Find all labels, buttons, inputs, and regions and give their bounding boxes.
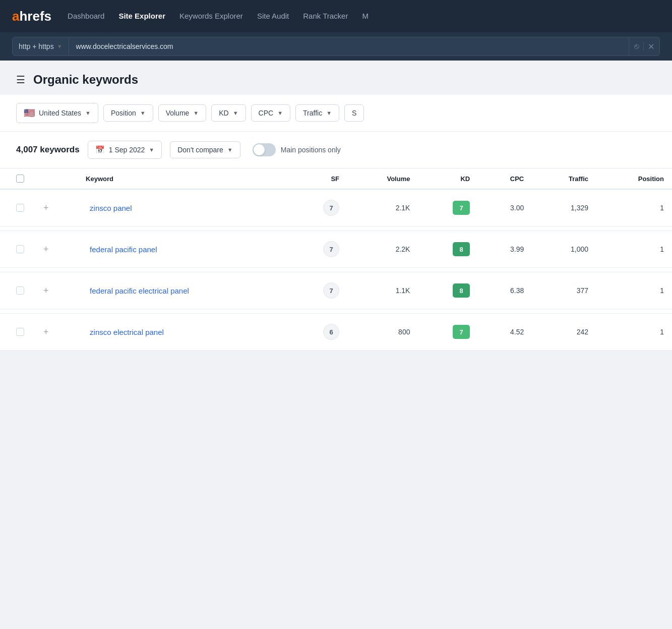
table-area: 4,007 keywords 📅 1 Sep 2022 ▼ Don't comp… (0, 132, 672, 351)
header-checkbox-cell (0, 168, 32, 189)
row-sf: 7 (289, 189, 347, 226)
nav-item-site-explorer[interactable]: Site Explorer (118, 12, 165, 21)
kd-badge: 7 (453, 325, 470, 339)
calendar-icon: 📅 (95, 145, 105, 154)
date-chevron-icon: ▼ (149, 147, 154, 153)
page-title: Organic keywords (33, 73, 138, 87)
row-position: 1 (596, 272, 672, 309)
more-filter-label: S (352, 109, 356, 117)
row-add-cell: + (32, 272, 82, 309)
compare-dropdown[interactable]: Don't compare ▼ (170, 141, 240, 158)
kd-badge: 8 (453, 242, 470, 256)
table-row: + zinsco electrical panel 6 800 7 4.52 2… (0, 314, 672, 351)
row-cpc: 3.99 (478, 231, 532, 268)
nav-links: Dashboard Site Explorer Keywords Explore… (68, 12, 369, 21)
external-link-icon[interactable]: ⎋ (634, 42, 639, 51)
row-checkbox[interactable] (16, 287, 24, 295)
row-sf: 6 (289, 314, 347, 351)
row-kd: 7 (418, 314, 478, 351)
more-filter[interactable]: S (344, 104, 364, 122)
add-keyword-button[interactable]: + (40, 245, 52, 254)
row-volume: 800 (347, 314, 418, 351)
nav-item-rank-tracker[interactable]: Rank Tracker (303, 12, 348, 21)
volume-chevron-icon: ▼ (193, 110, 199, 116)
nav-item-site-audit[interactable]: Site Audit (257, 12, 289, 21)
row-checkbox[interactable] (16, 328, 24, 336)
position-label: Position (111, 109, 136, 117)
row-checkbox[interactable] (16, 204, 24, 212)
table-header: Keyword SF Volume KD CPC Traffic Positio… (0, 168, 672, 189)
row-keyword: federal pacific panel (82, 231, 289, 268)
add-keyword-button[interactable]: + (40, 286, 52, 295)
header-cpc: CPC (478, 168, 532, 189)
row-traffic: 242 (532, 314, 596, 351)
row-cpc: 3.00 (478, 189, 532, 226)
row-checkbox[interactable] (16, 245, 24, 253)
compare-chevron-icon: ▼ (227, 147, 233, 153)
row-traffic: 1,000 (532, 231, 596, 268)
toggle-label: Main positions only (281, 146, 341, 154)
row-kd: 8 (418, 231, 478, 268)
row-add-cell: + (32, 314, 82, 351)
header-keyword: Keyword (82, 168, 289, 189)
nav-item-more[interactable]: M (362, 12, 369, 21)
traffic-label: Traffic (303, 109, 322, 117)
select-all-checkbox[interactable] (16, 175, 24, 183)
nav-item-dashboard[interactable]: Dashboard (68, 12, 104, 21)
close-icon[interactable]: ✕ (648, 42, 654, 51)
navbar: ahrefs Dashboard Site Explorer Keywords … (0, 0, 672, 32)
protocol-label: http + https (19, 42, 54, 50)
add-keyword-button[interactable]: + (40, 327, 52, 336)
keyword-link[interactable]: federal pacific panel (90, 245, 157, 254)
toggle-area: Main positions only (253, 143, 341, 156)
country-chevron-icon: ▼ (85, 110, 91, 116)
row-keyword: zinsco panel (82, 189, 289, 226)
position-filter[interactable]: Position ▼ (103, 104, 153, 122)
table-row: + zinsco panel 7 2.1K 7 3.00 1,329 1 (0, 189, 672, 226)
sf-badge: 7 (323, 241, 339, 257)
header-add-cell (32, 168, 82, 189)
logo-hrefs: hrefs (19, 9, 51, 24)
row-add-cell: + (32, 189, 82, 226)
row-keyword: federal pacific electrical panel (82, 272, 289, 309)
row-checkbox-cell (0, 314, 32, 351)
volume-label: Volume (166, 109, 190, 117)
kd-filter[interactable]: KD ▼ (211, 104, 246, 122)
table-row: + federal pacific panel 7 2.2K 8 3.99 1,… (0, 231, 672, 268)
add-keyword-button[interactable]: + (40, 203, 52, 212)
keywords-table: Keyword SF Volume KD CPC Traffic Positio… (0, 168, 672, 351)
table-toolbar: 4,007 keywords 📅 1 Sep 2022 ▼ Don't comp… (0, 132, 672, 168)
keywords-count: 4,007 keywords (16, 145, 80, 155)
table-body: + zinsco panel 7 2.1K 7 3.00 1,329 1 + f… (0, 189, 672, 351)
kd-label: KD (219, 109, 228, 117)
keyword-link[interactable]: federal pacific electrical panel (90, 287, 189, 295)
protocol-chevron-icon: ▼ (57, 43, 63, 49)
row-volume: 2.1K (347, 189, 418, 226)
logo[interactable]: ahrefs (12, 9, 51, 24)
sf-badge: 7 (323, 282, 339, 299)
country-filter[interactable]: 🇺🇸 United States ▼ (16, 103, 98, 123)
row-checkbox-cell (0, 231, 32, 268)
keyword-link[interactable]: zinsco electrical panel (90, 328, 164, 336)
keyword-link[interactable]: zinsco panel (90, 204, 132, 212)
url-divider (643, 42, 644, 51)
header-sf: SF (289, 168, 347, 189)
country-label: United States (39, 109, 81, 117)
spacer-row (0, 226, 672, 231)
us-flag-icon: 🇺🇸 (24, 107, 35, 119)
protocol-select[interactable]: http + https ▼ (12, 37, 69, 56)
traffic-filter[interactable]: Traffic ▼ (295, 104, 339, 122)
date-picker[interactable]: 📅 1 Sep 2022 ▼ (88, 141, 162, 159)
row-add-cell: + (32, 231, 82, 268)
row-kd: 7 (418, 189, 478, 226)
row-position: 1 (596, 231, 672, 268)
url-input[interactable] (69, 37, 629, 56)
toggle-knob (254, 144, 265, 155)
volume-filter[interactable]: Volume ▼ (158, 104, 207, 122)
traffic-chevron-icon: ▼ (326, 110, 332, 116)
header-position: Position (596, 168, 672, 189)
main-positions-toggle[interactable] (253, 143, 276, 156)
nav-item-keywords-explorer[interactable]: Keywords Explorer (179, 12, 243, 21)
hamburger-icon[interactable]: ☰ (16, 74, 25, 86)
cpc-filter[interactable]: CPC ▼ (251, 104, 290, 122)
